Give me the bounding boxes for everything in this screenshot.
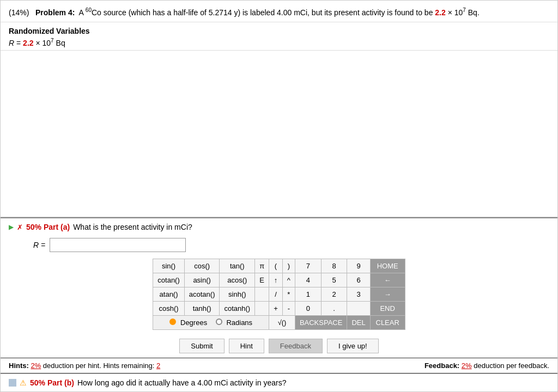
calc-tan[interactable]: tan() (220, 259, 255, 273)
calc-dot[interactable]: . (321, 302, 347, 316)
feedback-button[interactable]: Feedback (269, 339, 323, 353)
calc-table: sin() cos() tan() π ( ) 7 8 9 HOME cotan… (153, 259, 405, 330)
calc-caret[interactable]: ^ (282, 273, 295, 287)
calc-1[interactable]: 1 (295, 287, 321, 302)
part-a-question: What is the present activity in mCi? (73, 223, 192, 231)
activity-unit: Bq. (466, 8, 480, 17)
degrees-label[interactable]: Degrees (180, 318, 207, 327)
hints-bar: Hints: 2% deduction per hint. Hints rema… (1, 358, 557, 373)
empty-workspace (1, 51, 557, 217)
hints-mid: deduction per hint. Hints remaining: (41, 362, 156, 370)
calc-sin[interactable]: sin() (153, 259, 184, 273)
calculator-wrapper: sin() cos() tan() π ( ) 7 8 9 HOME cotan… (1, 256, 557, 334)
variable-r-label: R (9, 38, 14, 47)
calc-clear[interactable]: CLEAR (370, 316, 405, 330)
hint-button[interactable]: Hint (229, 339, 264, 353)
calc-rparen[interactable]: ) (282, 259, 295, 273)
part-b-section: ⚠ 50% Part (b) How long ago did it actua… (1, 373, 557, 391)
calc-sqrt[interactable]: √() (269, 316, 295, 330)
calc-up[interactable]: ↑ (269, 273, 283, 287)
calc-cotan[interactable]: cotan() (153, 273, 184, 287)
calc-backspace[interactable]: BACKSPACE (295, 316, 347, 330)
degrees-radio[interactable] (169, 318, 176, 325)
hints-left: Hints: 2% deduction per hint. Hints rema… (9, 362, 160, 370)
calc-empty2 (255, 302, 269, 316)
part-b-square-icon (9, 379, 16, 387)
variable-r-val: 2.2 (23, 38, 33, 47)
give-up-button[interactable]: I give up! (327, 339, 379, 353)
calc-row-3: atan() acotan() sinh() / * 1 2 3 → (153, 287, 405, 302)
variable-r-unit: Bq (54, 38, 65, 47)
part-a-header: ▶ ✗ 50% Part (a) What is the present act… (1, 218, 557, 236)
randomized-title: Randomized Variables (9, 27, 549, 35)
problem-number: Problem 4: (35, 8, 75, 17)
randomized-section: Randomized Variables R = 2.2 × 107 Bq (1, 22, 557, 51)
calc-7[interactable]: 7 (295, 259, 321, 273)
answer-input[interactable] (50, 238, 186, 252)
calc-del[interactable]: DEL (347, 316, 370, 330)
submit-button[interactable]: Submit (179, 339, 224, 353)
feedback-percent[interactable]: 2% (462, 362, 472, 370)
calc-atan[interactable]: atan() (153, 287, 184, 302)
hints-percent[interactable]: 2% (31, 362, 41, 370)
feedback-label: Feedback: (424, 362, 462, 370)
calc-6[interactable]: 6 (347, 273, 370, 287)
calc-e[interactable]: E (255, 273, 269, 287)
calc-acos[interactable]: acos() (220, 273, 255, 287)
calc-minus[interactable]: - (282, 302, 295, 316)
calc-row-4: cosh() tanh() cotanh() + - 0 . END (153, 302, 405, 316)
calc-lparen[interactable]: ( (269, 259, 283, 273)
calc-0[interactable]: 0 (295, 302, 321, 316)
part-a-section: ▶ ✗ 50% Part (a) What is the present act… (1, 217, 557, 358)
calc-end[interactable]: END (370, 302, 405, 316)
calc-tanh[interactable]: tanh() (184, 302, 220, 316)
calc-left[interactable]: ← (370, 273, 405, 287)
calc-home[interactable]: HOME (370, 259, 405, 273)
calc-row-5: Degrees Radians √() BACKSPACE DEL CLEAR (153, 316, 405, 330)
calc-sinh[interactable]: sinh() (220, 287, 255, 302)
calc-empty3 (347, 302, 370, 316)
co-superscript: 60 (86, 7, 92, 13)
calc-2[interactable]: 2 (321, 287, 347, 302)
calc-cos[interactable]: cos() (184, 259, 220, 273)
calc-row-1: sin() cos() tan() π ( ) 7 8 9 HOME (153, 259, 405, 273)
warning-icon: ⚠ (20, 378, 27, 387)
calc-asin[interactable]: asin() (184, 273, 220, 287)
problem-percent: (14%) (9, 8, 29, 17)
part-b-label: 50% Part (b) (30, 378, 74, 387)
calc-3[interactable]: 3 (347, 287, 370, 302)
calc-5[interactable]: 5 (321, 273, 347, 287)
calc-divide[interactable]: / (269, 287, 283, 302)
calc-right[interactable]: → (370, 287, 405, 302)
calc-4[interactable]: 4 (295, 273, 321, 287)
part-a-label: 50% Part (a) (26, 223, 70, 231)
calc-acotan[interactable]: acotan() (184, 287, 220, 302)
activity-value: 2.2 (435, 8, 445, 17)
hints-count[interactable]: 2 (156, 362, 160, 370)
calc-cosh[interactable]: cosh() (153, 302, 184, 316)
input-label: R = (33, 241, 45, 249)
calc-multiply[interactable]: * (282, 287, 295, 302)
calc-cotanh[interactable]: cotanh() (220, 302, 255, 316)
radians-radio[interactable] (216, 318, 222, 325)
calc-row-2: cotan() asin() acos() E ↑ ^ 4 5 6 ← (153, 273, 405, 287)
play-icon: ▶ (9, 223, 14, 231)
hints-right: Feedback: 2% deduction per feedback. (424, 362, 549, 370)
deg-rad-cell: Degrees Radians (153, 316, 269, 330)
calc-empty1 (255, 287, 269, 302)
problem-header: (14%) Problem 4: A 60Co source (which ha… (1, 1, 557, 22)
hints-label: Hints: (9, 362, 31, 370)
calc-9[interactable]: 9 (347, 259, 370, 273)
variable-r-line: R = 2.2 × 107 Bq (9, 38, 549, 47)
submit-row: Submit Hint Feedback I give up! (1, 334, 557, 358)
calc-pi[interactable]: π (255, 259, 269, 273)
part-b-question: How long ago did it actually have a 4.00… (77, 378, 287, 387)
x-icon: ✗ (17, 223, 23, 231)
calculator: sin() cos() tan() π ( ) 7 8 9 HOME cotan… (153, 259, 405, 330)
calc-8[interactable]: 8 (321, 259, 347, 273)
co-text: Co source (which has a half-life of 5.27… (92, 8, 435, 17)
feedback-post: deduction per feedback. (472, 362, 549, 370)
radians-label[interactable]: Radians (226, 318, 252, 327)
calc-plus[interactable]: + (269, 302, 283, 316)
input-row: R = (1, 236, 557, 256)
